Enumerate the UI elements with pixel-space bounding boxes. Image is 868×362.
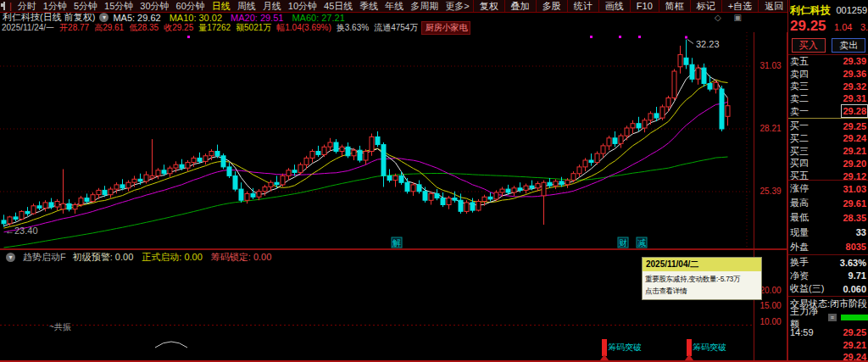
period-item-15分钟[interactable]: 15分钟	[101, 1, 136, 11]
period-item-年线[interactable]: 年线	[381, 1, 407, 11]
pane-control-icons[interactable]: ◇ ▣	[715, 13, 747, 22]
period-item-分时[interactable]: 分时	[14, 1, 40, 11]
signal-label: 筹码突破	[608, 342, 642, 354]
candle-body	[281, 175, 285, 185]
tool-button-F10[interactable]: F10	[630, 0, 659, 12]
tool-button-多股[interactable]: 多股	[536, 0, 567, 12]
period-item-1分钟[interactable]: 1分钟	[40, 1, 70, 11]
tool-button-统计[interactable]: 统计	[567, 0, 598, 12]
candle-body	[97, 190, 101, 194]
tool-button-返回[interactable]: 返回	[758, 0, 790, 12]
candle-body	[292, 170, 297, 173]
sell-button[interactable]: 卖出	[832, 38, 865, 53]
ask-row[interactable]: 卖四29.36	[788, 68, 868, 81]
candle-body	[536, 184, 540, 188]
kline-svg[interactable]: 32.23←23.40解财减	[0, 32, 754, 248]
ohlc-item: 幅1.04(3.69%)	[276, 23, 331, 32]
period-item-日线[interactable]: 日线	[209, 1, 234, 11]
candle-body	[387, 175, 392, 180]
ohlc-item: 流通4754万	[374, 23, 418, 32]
period-item-周线[interactable]: 周线	[234, 1, 259, 11]
candle-body	[233, 175, 237, 189]
event-marker-解: 解	[392, 238, 401, 248]
event-marker-减: 减	[637, 238, 646, 248]
tool-button-简框[interactable]: 简框	[659, 0, 690, 12]
period-item-10分钟[interactable]: 10分钟	[285, 1, 320, 11]
ask-row[interactable]: 卖三29.32	[788, 80, 868, 92]
stat-label: 换手	[790, 256, 809, 269]
indicator-gridline	[0, 325, 754, 326]
stat-value: 33	[856, 227, 866, 237]
ohlc-item: 低28.35	[129, 23, 159, 32]
ask-label: 卖二	[790, 92, 809, 105]
stat-row: 最高29.61	[788, 196, 868, 210]
layout-window-icon[interactable]	[3, 2, 5, 10]
dropdown-circle-icon[interactable]: ▾	[99, 13, 108, 22]
period-item-5分钟[interactable]: 5分钟	[70, 1, 101, 11]
period-item-45日线[interactable]: 45日线	[320, 1, 356, 11]
candle-body	[476, 202, 481, 211]
tool-button-画线[interactable]: 画线	[598, 0, 630, 12]
event-tooltip: 2025/11/04/二 重要股东减持,变动数量:-5.73万 点击查看详情	[642, 257, 762, 300]
indicator-dropdown-icon[interactable]: ▾	[6, 253, 15, 262]
indicator-panel[interactable]: ▾ 趋势启动F 初级预警: 0.00正式启动: 0.00筹码锁定: 0.00 ~…	[0, 250, 754, 360]
signal-dot	[619, 36, 621, 38]
tick-time: 14:59	[790, 327, 814, 337]
candlestick-chart[interactable]: 32.23←23.40解财减	[0, 32, 754, 248]
ask-row[interactable]: 卖一29.28	[788, 105, 868, 118]
bid-row[interactable]: 买四29.20	[788, 158, 868, 170]
tick-row: 29.24	[788, 351, 868, 362]
flow-menu-icon[interactable]: ≡	[828, 314, 837, 321]
period-item-季线[interactable]: 季线	[356, 1, 381, 11]
bid-price: 29.25	[843, 121, 866, 131]
period-item-更多>[interactable]: 更多>	[442, 1, 472, 11]
ask-row[interactable]: 卖二29.31	[788, 92, 868, 105]
ask-label: 卖一	[790, 105, 809, 118]
stat-value: 9.71	[849, 270, 866, 281]
ask-row[interactable]: 卖五29.39	[788, 55, 868, 68]
sidebar-divider	[788, 254, 868, 255]
period-item-多周期[interactable]: 多周期	[407, 1, 442, 11]
ask-price: 29.28	[843, 106, 866, 116]
candle-body	[322, 147, 326, 154]
bid-label: 买一	[790, 120, 809, 132]
candle-body	[417, 185, 421, 192]
tool-button-复权[interactable]: 复权	[473, 0, 504, 12]
tool-button-+自选[interactable]: +自选	[721, 0, 758, 12]
candle-body	[441, 198, 445, 205]
order-book: 卖五29.39卖四29.36卖三29.32卖二29.31卖一29.28买一29.…	[788, 55, 868, 182]
indicator-name: 趋势启动F	[23, 251, 66, 264]
main-flow-row[interactable]: 主力净额 ≡	[790, 312, 868, 323]
bid-row[interactable]: 买一29.25	[788, 120, 868, 132]
stat-label: 最低	[790, 211, 809, 224]
candle-body	[298, 164, 303, 172]
candle-body	[589, 160, 593, 163]
period-item-月线[interactable]: 月线	[259, 1, 285, 11]
candle-body	[447, 198, 451, 205]
period-item-30分钟[interactable]: 30分钟	[136, 1, 172, 11]
tooltip-detail-link[interactable]: 点击查看详情	[645, 285, 759, 297]
candle-body	[198, 158, 202, 161]
ask-label: 卖四	[790, 68, 809, 81]
tool-button-叠加[interactable]: 叠加	[504, 0, 536, 12]
ask-price: 29.36	[843, 69, 866, 79]
candle-body	[672, 71, 676, 98]
candle-body	[126, 182, 131, 188]
buy-button[interactable]: 买入	[792, 38, 826, 53]
ask-price: 29.39	[843, 56, 866, 66]
menu-divider: |	[9, 1, 12, 12]
tool-button-标记[interactable]: 标记	[690, 0, 721, 12]
bid-label: 买四	[790, 157, 809, 170]
candle-body	[67, 203, 71, 209]
candle-body	[459, 200, 463, 211]
ohlc-item: 换3.63%	[337, 23, 369, 32]
candle-body	[340, 147, 344, 151]
period-item-60分钟[interactable]: 60分钟	[173, 1, 209, 11]
bid-row[interactable]: 买三29.21	[788, 145, 868, 158]
candle-body	[577, 167, 581, 174]
stock-name-row[interactable]: 利仁科技 001259	[790, 2, 868, 18]
stat-row: 换手3.63%	[788, 256, 868, 270]
bid-row[interactable]: 买二29.24	[788, 132, 868, 145]
stat-label: 最高	[790, 197, 809, 209]
indicator-field: 正式启动: 0.00	[142, 252, 203, 262]
